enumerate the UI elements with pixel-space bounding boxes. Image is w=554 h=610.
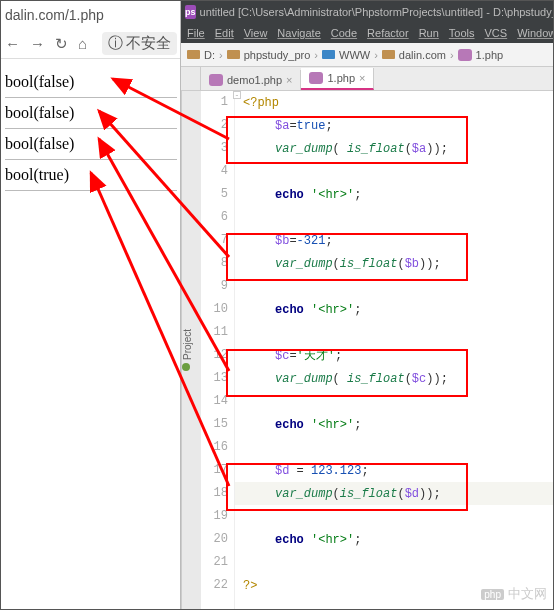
browser-viewport: bool(false) bool(false) bool(false) bool… bbox=[1, 59, 181, 203]
security-pill[interactable]: ⓘ 不安全 bbox=[102, 32, 177, 55]
project-label: Project bbox=[182, 329, 193, 360]
phpstorm-icon: ps bbox=[185, 5, 196, 19]
reload-icon[interactable]: ↻ bbox=[55, 35, 68, 53]
menu-vcs[interactable]: VCS bbox=[485, 27, 508, 39]
crumb[interactable]: phpstudy_pro bbox=[244, 49, 311, 61]
line-number-gutter: 12345678910111213141516171819202122 bbox=[201, 91, 235, 609]
ide-window: ps untitled [C:\Users\Administrator\Phps… bbox=[180, 1, 553, 609]
ide-menubar: File Edit View Navigate Code Refactor Ru… bbox=[181, 23, 553, 43]
back-icon[interactable]: ← bbox=[5, 35, 20, 52]
php-file-icon bbox=[309, 72, 323, 84]
crumb[interactable]: 1.php bbox=[476, 49, 504, 61]
breadcrumb: D: › phpstudy_pro › WWW › dalin.com › 1.… bbox=[181, 43, 553, 67]
code-line[interactable]: <?php- bbox=[235, 91, 553, 114]
menu-code[interactable]: Code bbox=[331, 27, 357, 39]
close-icon[interactable]: × bbox=[286, 74, 292, 86]
code-line[interactable]: var_dump( is_float($a)); bbox=[235, 137, 553, 160]
browser-omnibox-row: dalin.com/1.php bbox=[1, 1, 181, 29]
code-line[interactable] bbox=[235, 321, 553, 344]
watermark: php 中文网 bbox=[481, 585, 547, 603]
code-line[interactable]: $a=true; bbox=[235, 114, 553, 137]
code-line[interactable]: var_dump(is_float($d)); bbox=[235, 482, 553, 505]
menu-window[interactable]: Window bbox=[517, 27, 553, 39]
folder-icon bbox=[322, 50, 335, 59]
code-editor[interactable]: <?php-$a=true;var_dump( is_float($a));ec… bbox=[235, 91, 553, 609]
close-icon[interactable]: × bbox=[359, 72, 365, 84]
code-line[interactable]: $d = 123.123; bbox=[235, 459, 553, 482]
code-line[interactable] bbox=[235, 505, 553, 528]
menu-edit[interactable]: Edit bbox=[215, 27, 234, 39]
output-line: bool(true) bbox=[5, 166, 177, 184]
menu-file[interactable]: File bbox=[187, 27, 205, 39]
browser-toolbar: ← → ↻ ⌂ ⓘ 不安全 bbox=[1, 29, 181, 59]
home-icon[interactable]: ⌂ bbox=[78, 35, 87, 52]
forward-icon[interactable]: → bbox=[30, 35, 45, 52]
editor-tabs: demo1.php × 1.php × bbox=[181, 67, 553, 91]
editor-body: Project 12345678910111213141516171819202… bbox=[181, 91, 553, 609]
output-line: bool(false) bbox=[5, 135, 177, 153]
chevron-right-icon: › bbox=[314, 49, 318, 61]
php-file-icon bbox=[458, 49, 472, 61]
crumb[interactable]: WWW bbox=[339, 49, 370, 61]
output-line: bool(false) bbox=[5, 73, 177, 91]
chevron-right-icon: › bbox=[374, 49, 378, 61]
code-line[interactable]: var_dump( is_float($c)); bbox=[235, 367, 553, 390]
php-file-icon bbox=[209, 74, 223, 86]
code-line[interactable]: echo '<hr>'; bbox=[235, 298, 553, 321]
security-label: 不安全 bbox=[126, 34, 171, 53]
menu-refactor[interactable]: Refactor bbox=[367, 27, 409, 39]
editor-tab-active[interactable]: 1.php × bbox=[301, 68, 374, 90]
ide-title-text: untitled [C:\Users\Administrator\Phpstor… bbox=[200, 6, 553, 18]
crumb[interactable]: D: bbox=[204, 49, 215, 61]
info-icon: ⓘ bbox=[108, 34, 123, 53]
code-line[interactable] bbox=[235, 551, 553, 574]
watermark-text: 中文网 bbox=[508, 585, 547, 603]
tab-label: demo1.php bbox=[227, 74, 282, 86]
menu-tools[interactable]: Tools bbox=[449, 27, 475, 39]
tab-label: 1.php bbox=[327, 72, 355, 84]
ide-titlebar: ps untitled [C:\Users\Administrator\Phps… bbox=[181, 1, 553, 23]
code-line[interactable] bbox=[235, 206, 553, 229]
code-line[interactable] bbox=[235, 436, 553, 459]
folder-icon bbox=[227, 50, 240, 59]
menu-navigate[interactable]: Navigate bbox=[277, 27, 320, 39]
chevron-right-icon: › bbox=[450, 49, 454, 61]
menu-view[interactable]: View bbox=[244, 27, 268, 39]
code-line[interactable]: echo '<hr>'; bbox=[235, 528, 553, 551]
project-toolwindow-tab[interactable]: Project bbox=[181, 91, 201, 609]
editor-tab[interactable]: demo1.php × bbox=[201, 70, 301, 90]
code-line[interactable] bbox=[235, 275, 553, 298]
code-line[interactable]: $c='天才'; bbox=[235, 344, 553, 367]
sidebar-gutter bbox=[181, 67, 201, 90]
code-line[interactable] bbox=[235, 160, 553, 183]
code-line[interactable]: var_dump(is_float($b)); bbox=[235, 252, 553, 275]
disk-icon bbox=[187, 50, 200, 59]
chevron-right-icon: › bbox=[219, 49, 223, 61]
code-line[interactable]: $b=-321; bbox=[235, 229, 553, 252]
code-line[interactable] bbox=[235, 390, 553, 413]
output-line: bool(false) bbox=[5, 104, 177, 122]
watermark-badge: php bbox=[481, 589, 504, 600]
crumb[interactable]: dalin.com bbox=[399, 49, 446, 61]
folder-icon bbox=[382, 50, 395, 59]
code-line[interactable]: echo '<hr>'; bbox=[235, 183, 553, 206]
browser-window: dalin.com/1.php ← → ↻ ⌂ ⓘ 不安全 bool(false… bbox=[1, 1, 181, 609]
browser-url[interactable]: dalin.com/1.php bbox=[5, 7, 177, 23]
menu-run[interactable]: Run bbox=[419, 27, 439, 39]
project-icon bbox=[182, 363, 190, 371]
code-line[interactable]: echo '<hr>'; bbox=[235, 413, 553, 436]
